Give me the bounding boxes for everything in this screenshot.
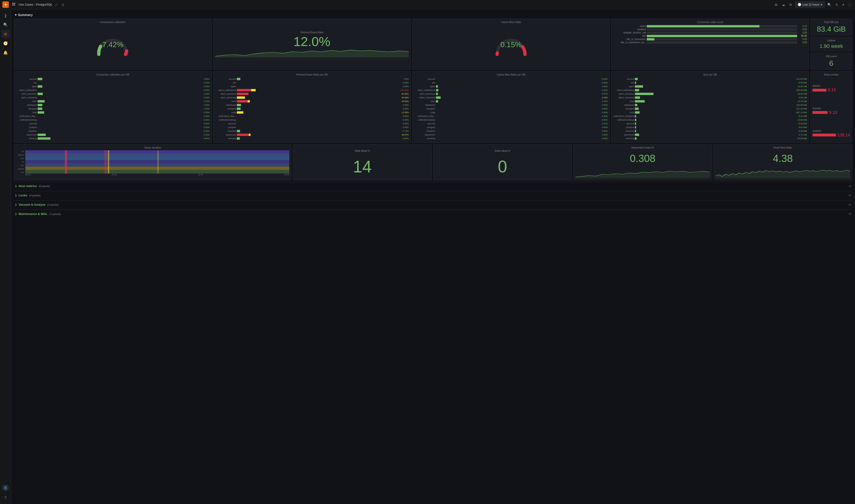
inserted-label: inserted bbox=[813, 107, 850, 110]
db-bar bbox=[436, 85, 438, 88]
grid-icon[interactable] bbox=[11, 2, 17, 7]
db-bar bbox=[38, 111, 44, 114]
refresh-icon[interactable]: ↻ bbox=[834, 2, 840, 7]
collapsible-header[interactable]: ❯ Host metrics (8 panels) bbox=[14, 182, 852, 190]
db-val: 0.00% bbox=[198, 96, 210, 99]
db-val: 2.00% bbox=[198, 111, 210, 114]
svg-marker-23 bbox=[575, 171, 710, 178]
time-range-selector[interactable]: 🕐 Last 12 hours ▾ bbox=[795, 2, 824, 7]
state-label: idle bbox=[613, 35, 646, 37]
drag-handle[interactable] bbox=[849, 185, 851, 187]
db-bar bbox=[237, 130, 240, 132]
svg-point-36 bbox=[850, 196, 851, 196]
summary-section-header[interactable]: ▾ Summary bbox=[14, 11, 852, 19]
add-panel-icon[interactable]: ⊞ bbox=[773, 2, 779, 7]
drag-icon bbox=[849, 185, 851, 187]
sidebar-dashboard[interactable]: ⊞ bbox=[1, 30, 10, 38]
cache-miss-per-db-table: account 0.00% adc 0.00% agent 0.03% alar… bbox=[414, 77, 608, 140]
list-item: agent 0.00% bbox=[215, 85, 409, 88]
list-item: alarm_processor 0.07% bbox=[414, 92, 608, 95]
db-bars bbox=[237, 108, 396, 110]
grafana-logo[interactable] bbox=[2, 1, 9, 8]
state-bar-container bbox=[647, 38, 797, 40]
list-item: dashboard 106.80 MiB bbox=[613, 103, 807, 107]
collapsible-chevron: ❯ bbox=[15, 213, 17, 215]
table-bloat-panel: Table Bloat % 14 bbox=[293, 144, 431, 180]
db-name: notificationsettings bbox=[613, 119, 634, 121]
drag-handle[interactable] bbox=[849, 194, 851, 197]
sidebar-alerts[interactable]: 🔔 bbox=[1, 48, 10, 57]
svg-rect-22 bbox=[157, 150, 159, 174]
list-item: percona 0.00% bbox=[215, 122, 409, 125]
sidebar-chevron[interactable]: ❯ bbox=[1, 11, 10, 19]
db-name: vernemq bbox=[16, 137, 37, 140]
section-host-metrics: ❯ Host metrics (8 panels) bbox=[14, 182, 852, 190]
collapsible-header[interactable]: ❯ Maintenance & WAL (7 panels) bbox=[14, 210, 852, 218]
topbar-left: Use Cases / PostgreSQL ☆ ⊙ bbox=[2, 1, 66, 8]
db-val: 1.00% bbox=[198, 108, 210, 110]
db-bars bbox=[237, 130, 396, 132]
sidebar-avatar[interactable]: 👤 bbox=[2, 485, 9, 491]
tv-mode-icon[interactable]: ⬚ bbox=[847, 2, 853, 7]
drag-handle[interactable] bbox=[849, 213, 851, 215]
connection-state-panel: Connection state count active 2.13 disab… bbox=[611, 19, 809, 70]
updated-label: updated bbox=[813, 130, 850, 132]
list-item: notifications_disp... 0.00% bbox=[215, 114, 409, 118]
svg-point-25 bbox=[849, 185, 850, 185]
connections-utilization-title: Connections utilization bbox=[16, 21, 210, 23]
drag-icon bbox=[849, 213, 851, 215]
db-bar bbox=[635, 137, 637, 140]
state-value: 93.46 bbox=[798, 35, 807, 37]
size-per-db-table: account 141.63 MiB adc 8.09 MiB agent 12… bbox=[613, 77, 807, 140]
state-row: idle 93.46 bbox=[613, 35, 807, 37]
total-db-size-title: Total DB size bbox=[813, 21, 850, 23]
drag-icon bbox=[849, 194, 851, 197]
svg-rect-20 bbox=[105, 150, 107, 174]
db-name: chart bbox=[215, 100, 236, 103]
db-bars bbox=[436, 100, 595, 103]
list-item: vernemq 0.00% bbox=[414, 137, 608, 140]
db-bars bbox=[635, 111, 795, 114]
db-name: agent bbox=[414, 85, 435, 88]
db-bars bbox=[436, 89, 595, 91]
db-bar bbox=[635, 78, 638, 80]
drag-icon bbox=[849, 203, 851, 206]
time-range-chevron: ▾ bbox=[821, 3, 822, 6]
sidebar-explore[interactable]: 🧭 bbox=[1, 39, 10, 48]
qd-label-5s: 5s bbox=[16, 150, 24, 153]
section-maintenance-&-wal: ❯ Maintenance & WAL (7 panels) bbox=[14, 210, 852, 218]
sidebar-search[interactable]: 🔍 bbox=[1, 20, 10, 29]
cache-miss-title: Cache Miss Ratio bbox=[414, 21, 608, 23]
list-item: alarm_notifications 399.29 MiB bbox=[613, 89, 807, 92]
refresh-dropdown-icon[interactable]: ▾ bbox=[841, 2, 845, 7]
breadcrumb-part1[interactable]: Use Cases bbox=[19, 3, 34, 6]
deleted-section: deleted 8.15 bbox=[813, 85, 850, 92]
zoom-out-icon[interactable]: 🔍 bbox=[826, 2, 833, 7]
star-icon[interactable]: ☆ bbox=[53, 2, 59, 7]
index-bloat-panel: Index bloat % 0 bbox=[433, 144, 572, 180]
db-val: 2.74% bbox=[397, 130, 409, 132]
share-icon[interactable]: ⊙ bbox=[60, 2, 66, 7]
save-icon[interactable]: ☁ bbox=[780, 2, 786, 7]
db-val: 0.00% bbox=[596, 119, 608, 121]
summary-title: Summary bbox=[18, 13, 33, 17]
settings-icon[interactable]: ⚙ bbox=[788, 2, 794, 7]
breadcrumb-part2[interactable]: PostgreSQL bbox=[36, 3, 53, 6]
db-bars bbox=[38, 111, 197, 114]
db-bars bbox=[635, 119, 795, 121]
state-bar-container bbox=[647, 41, 797, 44]
svg-point-46 bbox=[850, 213, 851, 213]
sidebar-help[interactable]: ? bbox=[1, 494, 10, 502]
db-bar bbox=[635, 85, 643, 88]
collapsible-header[interactable]: ❯ Locks (4 panels) bbox=[14, 191, 852, 199]
drag-handle[interactable] bbox=[849, 203, 851, 206]
qd-label-500ms: 500ms bbox=[16, 154, 24, 156]
db-name: iamagent bbox=[215, 108, 236, 110]
list-item: iamagent 0.00% bbox=[414, 107, 608, 110]
breadcrumb: Use Cases / PostgreSQL ☆ ⊙ bbox=[19, 2, 66, 7]
db-val: 3.32% bbox=[198, 133, 210, 136]
db-count-panel: DB count 6 bbox=[811, 53, 852, 70]
svg-point-47 bbox=[850, 214, 851, 214]
db-name: percona bbox=[16, 123, 37, 125]
collapsible-header[interactable]: ❯ Vacuum & Analyze (4 panels) bbox=[14, 200, 852, 209]
